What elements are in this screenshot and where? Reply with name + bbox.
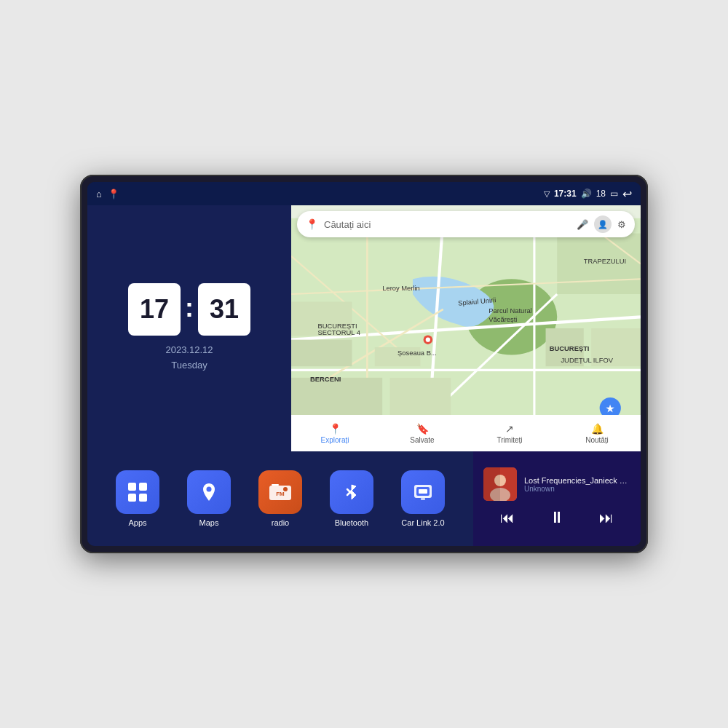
saved-label: Salvate bbox=[410, 436, 434, 444]
status-right: ▽ 17:31 🔊 18 ▭ ↩ bbox=[544, 187, 632, 201]
explore-label: Explorați bbox=[321, 436, 349, 444]
explore-icon: 📍 bbox=[329, 423, 341, 435]
bluetooth-icon-bg bbox=[330, 470, 373, 514]
music-controls: ⏮ ⏸ ⏭ bbox=[483, 505, 630, 530]
map-nav-share[interactable]: ↗ Trimiteți bbox=[466, 423, 553, 444]
status-bar: ⌂ 📍 ▽ 17:31 🔊 18 ▭ ↩ bbox=[87, 182, 641, 205]
svg-text:FM: FM bbox=[276, 491, 285, 497]
clock-display: 17 : 31 bbox=[128, 283, 250, 336]
svg-text:Parcul Natural: Parcul Natural bbox=[488, 306, 531, 314]
app-item-carlink[interactable]: Car Link 2.0 bbox=[401, 470, 445, 527]
bottom-row: Apps Maps bbox=[87, 451, 641, 546]
clock-minutes: 31 bbox=[198, 283, 250, 336]
svg-rect-39 bbox=[139, 494, 147, 502]
clock-hours: 17 bbox=[128, 283, 181, 336]
battery-icon: ▭ bbox=[610, 189, 618, 199]
apps-section: Apps Maps bbox=[87, 451, 473, 546]
svg-text:JUDEȚUL ILFOV: JUDEȚUL ILFOV bbox=[561, 356, 613, 364]
carlink-icon-bg bbox=[401, 470, 445, 514]
news-label: Noutăți bbox=[585, 436, 609, 444]
maps-label: Maps bbox=[199, 518, 219, 527]
back-icon[interactable]: ↩ bbox=[622, 187, 632, 201]
map-search-text: Căutați aici bbox=[324, 219, 571, 230]
music-artist: Unknown bbox=[524, 485, 630, 493]
apps-icon-bg bbox=[116, 470, 159, 514]
map-avatar[interactable]: 👤 bbox=[594, 215, 612, 233]
map-voice-icon[interactable]: 🎤 bbox=[577, 219, 588, 230]
app-item-maps[interactable]: Maps bbox=[187, 470, 231, 527]
clock-date: 2023.12.12 Tuesday bbox=[165, 343, 213, 373]
carlink-label: Car Link 2.0 bbox=[401, 518, 444, 527]
home-icon[interactable]: ⌂ bbox=[96, 189, 102, 199]
svg-rect-14 bbox=[291, 340, 352, 367]
svg-text:Șoseaua B...: Șoseaua B... bbox=[397, 349, 437, 357]
svg-text:Leroy Merlin: Leroy Merlin bbox=[382, 284, 420, 292]
svg-rect-38 bbox=[128, 494, 136, 502]
svg-text:★: ★ bbox=[606, 404, 614, 414]
app-item-radio[interactable]: FM radio bbox=[258, 470, 302, 527]
clock-widget: 17 : 31 2023.12.12 Tuesday bbox=[87, 205, 291, 451]
screen: ⌂ 📍 ▽ 17:31 🔊 18 ▭ ↩ 17 : bbox=[87, 182, 641, 546]
status-time: 17:31 bbox=[554, 189, 577, 199]
music-album-art bbox=[483, 467, 517, 501]
main-content: 17 : 31 2023.12.12 Tuesday bbox=[87, 205, 641, 546]
volume-icon: 🔊 bbox=[581, 189, 592, 199]
svg-text:BERCENI: BERCENI bbox=[310, 375, 341, 383]
clock-colon: : bbox=[185, 293, 194, 323]
map-widget[interactable]: BERCENI BUCUREȘTI JUDEȚUL ILFOV TRAPEZUL… bbox=[291, 205, 641, 451]
music-player: Lost Frequencies_Janieck Devy-... Unknow… bbox=[473, 451, 641, 546]
music-title: Lost Frequencies_Janieck Devy-... bbox=[524, 476, 630, 485]
album-art-image bbox=[483, 467, 517, 501]
svg-rect-44 bbox=[272, 484, 279, 486]
map-pin-icon: 📍 bbox=[306, 218, 318, 230]
app-item-bluetooth[interactable]: Bluetooth bbox=[330, 470, 373, 527]
radio-label: radio bbox=[272, 518, 289, 527]
music-next-button[interactable]: ⏭ bbox=[596, 507, 617, 529]
svg-point-43 bbox=[283, 487, 288, 491]
maps-shortcut-icon[interactable]: 📍 bbox=[108, 189, 119, 199]
svg-rect-48 bbox=[421, 498, 425, 500]
svg-rect-37 bbox=[139, 483, 147, 491]
map-nav-explore[interactable]: 📍 Explorați bbox=[291, 423, 379, 444]
battery-level: 18 bbox=[596, 189, 606, 199]
map-nav-news[interactable]: 🔔 Noutăți bbox=[553, 423, 641, 444]
svg-text:SECTORUL 4: SECTORUL 4 bbox=[318, 328, 360, 336]
signal-icon: ▽ bbox=[544, 189, 550, 199]
apps-label: Apps bbox=[128, 518, 146, 527]
radio-icon-bg: FM bbox=[258, 470, 302, 514]
svg-rect-36 bbox=[128, 483, 136, 491]
share-icon: ↗ bbox=[505, 423, 514, 435]
svg-rect-52 bbox=[483, 467, 500, 501]
top-row: 17 : 31 2023.12.12 Tuesday bbox=[87, 205, 641, 451]
map-settings-icon[interactable]: ⚙ bbox=[617, 219, 626, 230]
device: ⌂ 📍 ▽ 17:31 🔊 18 ▭ ↩ 17 : bbox=[80, 175, 648, 553]
map-search-bar[interactable]: 📍 Căutați aici 🎤 👤 ⚙ bbox=[297, 211, 635, 237]
music-play-button[interactable]: ⏸ bbox=[546, 505, 568, 530]
app-item-apps[interactable]: Apps bbox=[116, 470, 159, 527]
music-prev-button[interactable]: ⏮ bbox=[497, 507, 518, 529]
music-text: Lost Frequencies_Janieck Devy-... Unknow… bbox=[524, 476, 630, 493]
map-nav-saved[interactable]: 🔖 Salvate bbox=[379, 423, 466, 444]
svg-text:BUCUREȘTI: BUCUREȘTI bbox=[550, 344, 590, 352]
status-left: ⌂ 📍 bbox=[96, 189, 119, 199]
bluetooth-label: Bluetooth bbox=[335, 518, 368, 527]
svg-point-40 bbox=[207, 487, 212, 492]
svg-text:Văcărești: Văcărești bbox=[488, 315, 517, 323]
map-bottom-bar: 📍 Explorați 🔖 Salvate ↗ Trimiteți 🔔 bbox=[291, 415, 641, 451]
svg-rect-47 bbox=[419, 489, 427, 494]
saved-icon: 🔖 bbox=[416, 423, 429, 435]
share-label: Trimiteți bbox=[496, 436, 522, 444]
maps-icon-bg bbox=[187, 470, 231, 514]
music-info-row: Lost Frequencies_Janieck Devy-... Unknow… bbox=[483, 467, 630, 501]
news-icon: 🔔 bbox=[591, 423, 604, 435]
svg-point-33 bbox=[426, 338, 430, 342]
svg-text:TRAPEZULUI: TRAPEZULUI bbox=[584, 257, 626, 265]
